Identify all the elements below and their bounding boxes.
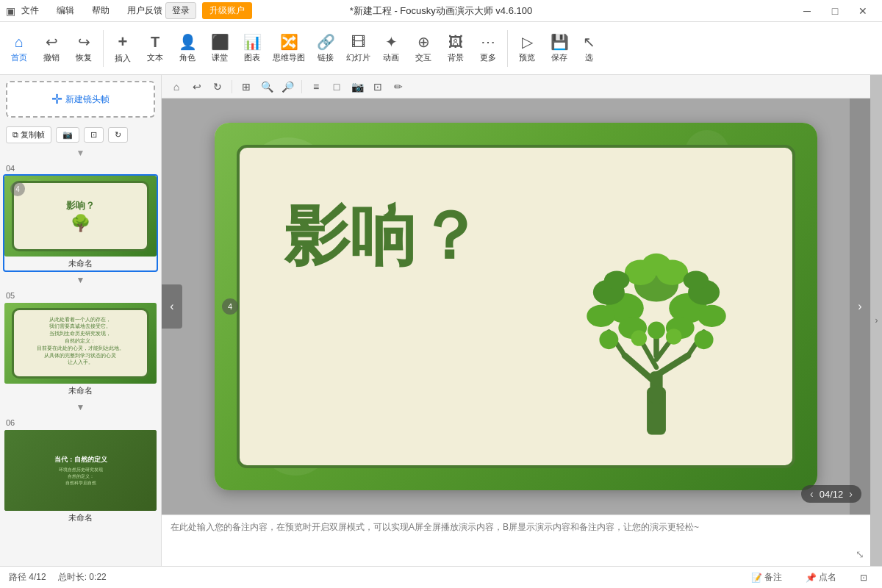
toolbar-undo[interactable]: ↩ 撤销 xyxy=(35,25,68,72)
canvas-align-btn[interactable]: ≡ xyxy=(307,78,325,96)
toolbar-slideshow[interactable]: 🎞 幻灯片 xyxy=(342,25,375,72)
slide-thumb-title-04: 影响？ xyxy=(66,199,95,212)
copy-frame-button[interactable]: ⧉ 复制帧 xyxy=(6,126,51,143)
slide-thumb-tree-04: 🌳 xyxy=(71,214,90,233)
toolbar-text[interactable]: T 文本 xyxy=(139,25,171,72)
login-button[interactable]: 登录 xyxy=(165,2,196,19)
new-frame-button[interactable]: ✛ 新建镜头帧 xyxy=(6,81,155,118)
slide-item-06[interactable]: 当代：自然的定义 环境自然历史研究发现自然的定义：自然科学启自然 未命名 xyxy=(3,429,158,526)
notes-input[interactable] xyxy=(171,521,861,558)
menu-file[interactable]: 文件 xyxy=(18,3,42,18)
toolbar-redo[interactable]: ↪ 恢复 xyxy=(68,25,100,72)
copy-label: 复制帧 xyxy=(21,129,45,140)
toolbar-save[interactable]: 💾 保存 xyxy=(543,25,576,72)
svg-point-27 xyxy=(648,321,665,339)
canvas-home-btn[interactable]: ⌂ xyxy=(168,78,185,96)
note-label: 备注 xyxy=(764,571,782,584)
slide-thumb-text-05: 从此处看着一个人的存在， 我们需要真诚地去接受它。 当找到生命历史研究发现， 自… xyxy=(37,316,124,367)
redo-icon: ↪ xyxy=(78,33,90,51)
toolbar-animate[interactable]: ✦ 动画 xyxy=(375,25,407,72)
slide-item-05[interactable]: 从此处看着一个人的存在， 我们需要真诚地去接受它。 当找到生命历史研究发现， 自… xyxy=(3,301,158,399)
canvas-nav-right[interactable]: › xyxy=(850,98,870,514)
expand-notes-icon[interactable]: ⤡ xyxy=(856,548,864,560)
note-icon: 📝 xyxy=(751,573,762,583)
collapse-area-top: ▼ xyxy=(0,146,161,159)
collapse-toggle-05[interactable]: ▼ xyxy=(3,401,158,414)
link-icon: 🔗 xyxy=(317,33,335,51)
slide-name-06: 未命名 xyxy=(4,511,157,525)
toolbar-mindmap[interactable]: 🔀 思维导图 xyxy=(268,25,309,72)
slide-number-04: 04 xyxy=(3,162,158,174)
svg-point-23 xyxy=(599,330,618,349)
title-bar: ▣ 文件 编辑 帮助 用户反馈 *新建工程 - Focusky动画演示大师 v4… xyxy=(0,0,882,22)
slide-item-04[interactable]: 影响？ 🌳 4 未命名 xyxy=(3,174,158,272)
right-collapse-button[interactable]: › xyxy=(870,75,882,566)
menu-feedback[interactable]: 用户反馈 xyxy=(124,3,165,18)
menu-help[interactable]: 帮助 xyxy=(89,3,112,18)
toolbar-more[interactable]: ⋯ 更多 xyxy=(472,25,504,72)
page-next-icon[interactable]: › xyxy=(849,488,853,500)
status-path: 路径 4/12 xyxy=(9,571,46,584)
toolbar-bg[interactable]: 🖼 背景 xyxy=(440,25,472,72)
fullscreen-button[interactable]: ⊡ xyxy=(854,571,873,584)
toolbar-chart[interactable]: 📊 图表 xyxy=(236,25,268,72)
svg-point-17 xyxy=(698,305,726,327)
status-bar: 路径 4/12 总时长: 0:22 📝 备注 📌 点名 ⊡ xyxy=(0,566,882,588)
maximize-button[interactable]: □ xyxy=(822,1,848,21)
toolbar-preview[interactable]: ▷ 预览 xyxy=(511,25,543,72)
undo-icon: ↩ xyxy=(46,33,58,51)
svg-point-22 xyxy=(684,271,709,290)
canvas-frame-btn[interactable]: □ xyxy=(328,78,345,96)
bg-icon: 🖼 xyxy=(448,34,463,51)
point-button[interactable]: 📌 点名 xyxy=(800,570,842,585)
arrow-down-icon[interactable]: ▼ xyxy=(76,148,85,158)
toolbar-home-label: 首页 xyxy=(11,52,27,63)
upgrade-button[interactable]: 升级账户 xyxy=(202,2,252,19)
canvas-pen-btn[interactable]: ✏ xyxy=(390,78,407,96)
close-button[interactable]: ✕ xyxy=(850,1,876,21)
slides-list: 04 影响？ 🌳 4 未命名 xyxy=(0,159,161,566)
collapse-toggle-04[interactable]: ▼ xyxy=(3,273,158,287)
notes-area: ⤡ xyxy=(162,514,870,566)
menu-edit[interactable]: 编辑 xyxy=(54,3,77,18)
canvas-zoomout-btn[interactable]: 🔎 xyxy=(279,78,296,96)
toolbar-insert[interactable]: + 插入 xyxy=(107,25,139,72)
point-icon: 📌 xyxy=(806,573,817,583)
slide-inner-card: 影响？ xyxy=(237,145,795,468)
canvas-fit-btn[interactable]: ⊡ xyxy=(369,78,387,96)
toolbar-link[interactable]: 🔗 链接 xyxy=(309,25,342,72)
more-icon: ⋯ xyxy=(481,33,495,51)
toolbar-divider-2 xyxy=(507,30,508,67)
fit-button[interactable]: ⊡ xyxy=(84,127,104,143)
toolbar-group-right: ▷ 预览 💾 保存 ↖ 选 xyxy=(511,25,602,72)
canvas-grid-btn[interactable]: ⊞ xyxy=(237,78,255,96)
canvas-zoomin-btn[interactable]: 🔍 xyxy=(258,78,276,96)
canvas-undo-btn[interactable]: ↩ xyxy=(188,78,206,96)
rotate-icon: ↻ xyxy=(115,130,121,140)
rotate-button[interactable]: ↻ xyxy=(108,127,128,143)
canvas-photo-btn[interactable]: 📷 xyxy=(348,78,366,96)
page-prev-icon[interactable]: ‹ xyxy=(810,488,814,500)
canvas-main: 影响？ xyxy=(162,98,870,514)
toolbar-interact[interactable]: ⊕ 交互 xyxy=(407,25,440,72)
select-icon: ↖ xyxy=(583,33,595,51)
page-number: 04/12 xyxy=(820,489,844,500)
screenshot-button[interactable]: 📷 xyxy=(56,127,79,143)
toolbar-class[interactable]: ⬛ 课堂 xyxy=(204,25,236,72)
canvas-redo-btn[interactable]: ↻ xyxy=(209,78,226,96)
toolbar-home[interactable]: ⌂ 首页 xyxy=(3,25,35,72)
camera-icon: 📷 xyxy=(62,130,73,140)
note-button[interactable]: 📝 备注 xyxy=(745,570,788,585)
minimize-button[interactable]: ─ xyxy=(794,1,820,21)
interact-icon: ⊕ xyxy=(417,33,430,51)
slide-group-05: 05 从此处看着一个人的存在， 我们需要真诚地去接受它。 当找到生命历史研究发现… xyxy=(3,290,158,414)
canvas-nav-left[interactable]: ‹ xyxy=(162,284,182,329)
toolbar-select[interactable]: ↖ 选 xyxy=(576,25,602,72)
app-icon: ▣ xyxy=(6,5,15,17)
slide-name-04: 未命名 xyxy=(4,257,157,270)
fullscreen-icon: ⊡ xyxy=(860,573,867,583)
frame-actions: ⧉ 复制帧 📷 ⊡ ↻ xyxy=(0,123,161,146)
chart-icon: 📊 xyxy=(243,33,262,51)
toolbar-role[interactable]: 👤 角色 xyxy=(171,25,204,72)
svg-point-18 xyxy=(642,254,671,276)
